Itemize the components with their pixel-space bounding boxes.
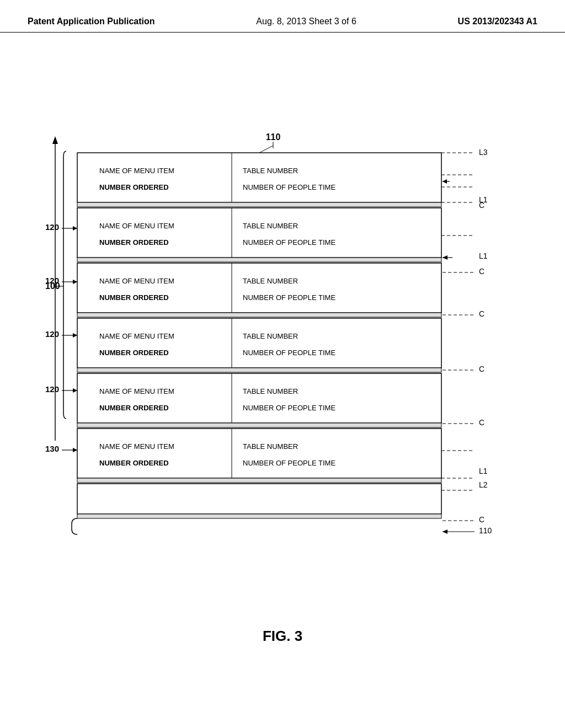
svg-rect-39 [77, 423, 441, 427]
label-C-1: C [479, 201, 484, 210]
row3-left-col1: NAME OF MENU ITEM [99, 277, 174, 285]
figure-label: FIG. 3 [0, 628, 565, 645]
row5-left-col2: NUMBER ORDERED [99, 404, 169, 412]
row2-left-col1: NAME OF MENU ITEM [99, 222, 174, 230]
label-110-bottom: 110 [479, 526, 492, 535]
svg-rect-45 [77, 478, 441, 483]
label-C-2: C [479, 267, 484, 276]
row6-right-col2: NUMBER OF PEOPLE TIME [243, 459, 335, 467]
svg-marker-15 [73, 226, 77, 231]
svg-rect-49 [77, 484, 441, 514]
row4-right-col2: NUMBER OF PEOPLE TIME [243, 349, 335, 357]
ref-110-top: 110 [266, 132, 281, 142]
row1-right-col1: TABLE NUMBER [243, 167, 298, 175]
svg-rect-5 [77, 153, 441, 202]
ref-120-1: 120 [45, 222, 59, 232]
label-C-3: C [479, 309, 484, 318]
row1-left-col2: NUMBER ORDERED [99, 183, 169, 191]
svg-marker-36 [73, 388, 77, 393]
svg-marker-12 [443, 179, 447, 184]
row2-right-col2: NUMBER OF PEOPLE TIME [243, 238, 335, 247]
ref-120-4: 120 [45, 384, 59, 394]
row3-left-col2: NUMBER ORDERED [99, 293, 169, 302]
svg-rect-7 [77, 202, 441, 207]
svg-rect-33 [77, 368, 441, 372]
svg-rect-31 [77, 318, 441, 368]
label-L2: L2 [479, 480, 488, 489]
diagram-svg: 100 110 NAME OF MENU ITEM NUMBER ORDERED… [22, 55, 541, 579]
svg-marker-53 [443, 529, 447, 534]
header-right: US 2013/202343 A1 [458, 17, 537, 26]
svg-marker-1 [52, 136, 58, 144]
row1-left-col1: NAME OF MENU ITEM [99, 167, 174, 175]
row4-left-col2: NUMBER ORDERED [99, 349, 169, 357]
svg-marker-30 [73, 333, 77, 338]
svg-rect-50 [77, 514, 441, 518]
row6-left-col1: NAME OF MENU ITEM [99, 442, 174, 451]
row5-left-col1: NAME OF MENU ITEM [99, 387, 174, 395]
label-L3: L3 [479, 148, 488, 157]
svg-marker-23 [73, 280, 77, 284]
row5-right-col2: NUMBER OF PEOPLE TIME [243, 404, 335, 412]
svg-rect-43 [77, 429, 441, 478]
svg-marker-42 [73, 448, 77, 452]
row2-left-col2: NUMBER ORDERED [99, 238, 169, 247]
row1-right-col2: NUMBER OF PEOPLE TIME [243, 183, 335, 191]
row3-right-col1: TABLE NUMBER [243, 277, 298, 285]
ref-130: 130 [45, 444, 59, 453]
label-C-4: C [479, 365, 484, 373]
label-L1-2: L1 [479, 251, 488, 260]
label-L1-3: L1 [479, 467, 488, 475]
svg-rect-16 [77, 208, 441, 258]
row3-right-col2: NUMBER OF PEOPLE TIME [243, 293, 335, 302]
row6-left-col2: NUMBER ORDERED [99, 459, 169, 467]
svg-rect-18 [77, 258, 441, 262]
row6-right-col1: TABLE NUMBER [243, 442, 298, 451]
header-left: Patent Application Publication [28, 17, 155, 26]
row4-right-col1: TABLE NUMBER [243, 332, 298, 340]
ref-120-2: 120 [45, 276, 59, 285]
diagram-area: 100 110 NAME OF MENU ITEM NUMBER ORDERED… [0, 33, 565, 678]
svg-rect-24 [77, 263, 441, 313]
svg-line-4 [259, 146, 273, 153]
svg-marker-21 [443, 255, 447, 260]
patent-header: Patent Application Publication Aug. 8, 2… [0, 0, 565, 33]
ref-120-3: 120 [45, 329, 59, 339]
header-center: Aug. 8, 2013 Sheet 3 of 6 [256, 17, 356, 26]
svg-rect-26 [77, 313, 441, 317]
row4-left-col1: NAME OF MENU ITEM [99, 332, 174, 340]
row5-right-col1: TABLE NUMBER [243, 387, 298, 395]
svg-rect-37 [77, 373, 441, 423]
label-C-bottom: C [479, 515, 484, 524]
row2-right-col1: TABLE NUMBER [243, 222, 298, 230]
label-C-5: C [479, 418, 484, 427]
